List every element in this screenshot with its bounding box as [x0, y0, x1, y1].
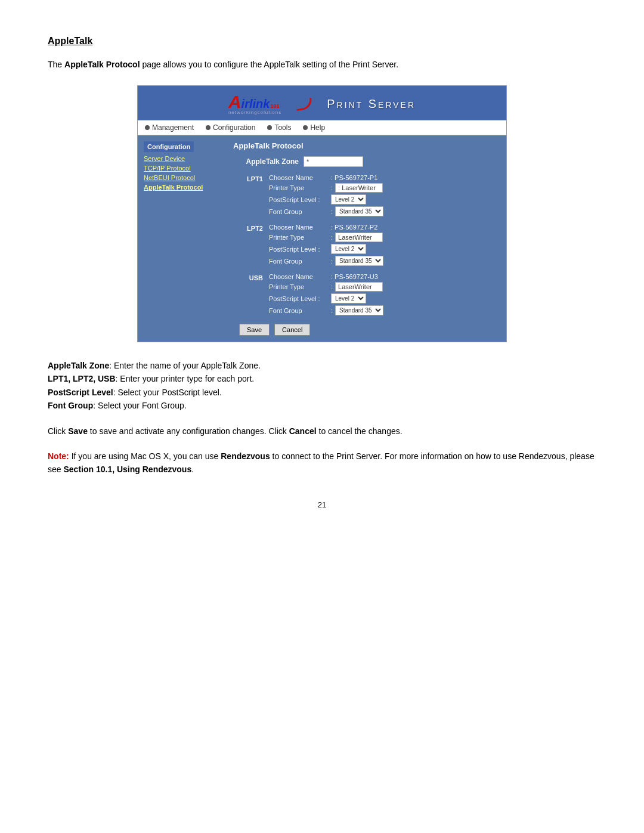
note-section: Note: If you are using Mac OS X, you can…: [48, 450, 596, 476]
lpt2-ps-select[interactable]: Level 2 Level 1 Level 3: [331, 244, 366, 254]
sidebar-link-appletalk[interactable]: AppleTalk Protocol: [144, 183, 227, 191]
lpt1-font-select[interactable]: Standard 35 Standard 17 None: [335, 206, 383, 216]
usb-type-row: Printer Type : LaserWriter: [269, 282, 383, 292]
lpt1-chooser-row: Chooser Name : PS-569727-P1: [269, 174, 383, 181]
lpt2-font-select[interactable]: Standard 35 Standard 17 None: [335, 256, 383, 266]
usb-font-colon: :: [331, 307, 333, 314]
save-text-3: to cancel the changes.: [317, 426, 402, 436]
intro-paragraph: The AppleTalk Protocol page allows you t…: [48, 58, 596, 71]
lpt1-ps-label: PostScript Level :: [269, 196, 329, 203]
ui-nav: Management Configuration Tools Help: [138, 120, 506, 135]
page-number: 21: [48, 500, 596, 509]
cancel-button[interactable]: Cancel: [274, 324, 310, 336]
note-section-bold: Section 10.1, Using Rendezvous: [63, 465, 191, 474]
lpt1-label: LPT1: [233, 174, 263, 182]
ui-main: AppleTalk Protocol AppleTalk Zone LPT1 C…: [227, 141, 500, 336]
lpt1-fields: Chooser Name : PS-569727-P1 Printer Type…: [269, 174, 383, 216]
save-explanation: Click Save to save and activate any conf…: [48, 425, 596, 438]
usb-font-select[interactable]: Standard 35 Standard 17 None: [335, 305, 383, 315]
logo-networking: networkingsolutions: [228, 110, 281, 115]
appletalk-zone-row: AppleTalk Zone: [233, 156, 500, 167]
nav-configuration-label: Configuration: [213, 123, 255, 132]
lpt2-fields: Chooser Name : PS-569727-P2 Printer Type…: [269, 224, 383, 266]
cancel-bold: Cancel: [289, 426, 317, 436]
usb-font-row: Font Group : Standard 35 Standard 17 Non…: [269, 305, 383, 315]
nav-help[interactable]: Help: [303, 123, 325, 132]
usb-ps-row: PostScript Level : Level 2 Level 1 Level…: [269, 293, 383, 304]
lpt2-row: LPT2 Chooser Name : PS-569727-P2 Printer…: [233, 224, 500, 266]
sidebar-link-server-device[interactable]: Server Device: [144, 154, 227, 163]
usb-label: USB: [233, 273, 263, 281]
lpt1-section: LPT1 Chooser Name : PS-569727-P1 Printer…: [233, 174, 500, 216]
lpt1-type-value: : LaserWriter: [335, 183, 383, 193]
desc-ports: LPT1, LPT2, USB: Enter your printer type…: [48, 372, 596, 385]
logo-a-letter: A: [228, 93, 242, 111]
sidebar-link-tcpip[interactable]: TCP/IP Protocol: [144, 164, 227, 172]
usb-ps-label: PostScript Level :: [269, 295, 329, 302]
desc-font-text: : Select your Font Group.: [93, 401, 186, 410]
lpt1-ps-select[interactable]: Level 2 Level 1 Level 3: [331, 194, 366, 205]
nav-tools[interactable]: Tools: [267, 123, 291, 132]
intro-text-after: page allows you to configure the AppleTa…: [140, 60, 398, 69]
sidebar-config-label: Configuration: [144, 141, 194, 152]
nav-tools-label: Tools: [274, 123, 291, 132]
save-text-1: Click: [48, 426, 68, 436]
lpt2-chooser-row: Chooser Name : PS-569727-P2: [269, 224, 383, 231]
lpt2-type-row: Printer Type : LaserWriter: [269, 233, 383, 242]
nav-management-label: Management: [152, 123, 194, 132]
nav-help-label: Help: [310, 123, 325, 132]
desc-font-bold: Font Group: [48, 401, 93, 410]
nav-configuration[interactable]: Configuration: [206, 123, 255, 132]
lpt2-font-colon: :: [331, 258, 333, 265]
usb-section: USB Chooser Name : PS-569727-U3 Printer …: [233, 273, 500, 315]
note-rendezvous: Rendezvous: [221, 451, 270, 461]
ui-header: A irlink 101 networkingsolutions Print S…: [138, 86, 506, 120]
note-label: Note:: [48, 451, 69, 461]
ui-sidebar: Configuration Server Device TCP/IP Proto…: [144, 141, 227, 336]
save-text-2: to save and activate any configuration c…: [88, 426, 289, 436]
usb-chooser-row: Chooser Name : PS-569727-U3: [269, 273, 383, 280]
logo-box: A irlink 101 networkingsolutions: [228, 93, 281, 115]
intro-text-before: The: [48, 60, 64, 69]
logo-main: A irlink 101: [228, 93, 280, 111]
desc-ps: PostScript Level: Select your PostScript…: [48, 386, 596, 399]
lpt1-font-row: Font Group : Standard 35 Standard 17 Non…: [269, 206, 383, 216]
lpt2-ps-label: PostScript Level :: [269, 246, 329, 253]
red-curve-icon: [295, 97, 314, 111]
section-header: AppleTalk Protocol: [233, 141, 500, 150]
lpt1-ps-row: PostScript Level : Level 2 Level 1 Level…: [269, 194, 383, 205]
logo-badge: 101: [270, 103, 279, 109]
zone-input[interactable]: [304, 156, 363, 167]
desc-ps-bold: PostScript Level: [48, 388, 113, 397]
nav-dot-management: [145, 125, 150, 130]
usb-chooser-label: Chooser Name: [269, 273, 329, 280]
usb-ps-select[interactable]: Level 2 Level 1 Level 3: [331, 293, 366, 304]
nav-dot-tools: [267, 125, 272, 130]
desc-ports-text: : Enter your printer type for each port.: [116, 374, 255, 383]
lpt2-type-label: Printer Type: [269, 234, 329, 241]
desc-zone-text: : Enter the name of your AppleTalk Zone.: [109, 361, 261, 370]
lpt1-type-colon: :: [331, 184, 333, 191]
desc-ps-text: : Select your PostScript level.: [113, 388, 222, 397]
ui-content: Configuration Server Device TCP/IP Proto…: [138, 135, 506, 342]
usb-row: USB Chooser Name : PS-569727-U3 Printer …: [233, 273, 500, 315]
usb-type-label: Printer Type: [269, 283, 329, 290]
lpt1-chooser-value: : PS-569727-P1: [331, 174, 377, 181]
save-button[interactable]: Save: [239, 324, 270, 336]
lpt1-type-label: Printer Type: [269, 184, 329, 191]
nav-dot-configuration: [206, 125, 210, 130]
nav-management[interactable]: Management: [145, 123, 194, 132]
usb-chooser-value: : PS-569727-U3: [331, 273, 378, 280]
logo-rlink-text: irlink: [242, 97, 270, 111]
lpt1-type-row: Printer Type : : LaserWriter: [269, 183, 383, 193]
intro-bold: AppleTalk Protocol: [64, 60, 140, 69]
sidebar-link-netbeui[interactable]: NetBEUI Protocol: [144, 174, 227, 182]
page-title: AppleTalk: [48, 36, 596, 47]
header-logo-container: A irlink 101 networkingsolutions Print S…: [228, 93, 416, 115]
lpt1-font-colon: :: [331, 208, 333, 215]
lpt1-font-label: Font Group: [269, 208, 329, 215]
lpt2-type-value: LaserWriter: [335, 233, 383, 242]
buttons-row: Save Cancel: [233, 324, 500, 336]
nav-dot-help: [303, 125, 308, 130]
save-bold: Save: [68, 426, 88, 436]
